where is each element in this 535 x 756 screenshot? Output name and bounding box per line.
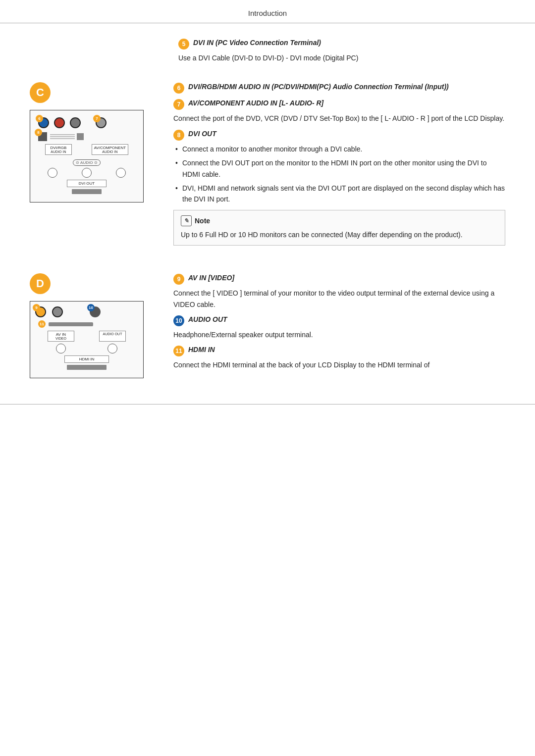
device-c-top-row: 6 7: [35, 115, 138, 130]
section-d: D 9: [30, 268, 505, 378]
device-d-diagram: 9 10: [30, 301, 144, 378]
label-dvi-rgb: DVI/RGB AUDIO IN: [45, 144, 72, 155]
badge-9: 9: [173, 274, 184, 285]
item-11-header: 11 HDMI IN: [173, 345, 505, 356]
port-9-badge: 9: [33, 304, 40, 311]
section-letter-d: D: [30, 273, 51, 294]
item-9-title: AV IN [VIDEO]: [188, 273, 234, 283]
item-10-body: Headphone/External speaker output termin…: [173, 329, 505, 340]
device-c-circles: [35, 168, 138, 178]
header-title: Introduction: [248, 9, 287, 17]
note-label: Note: [195, 217, 210, 225]
port-11-connector: [49, 322, 93, 326]
connector-line-3: [50, 138, 75, 139]
port-9-rel: 9: [35, 306, 46, 317]
item-7-header: 7 AV/COMPONENT AUDIO IN [L- AUDIO- R]: [173, 99, 505, 110]
port-6-badge: 6: [36, 115, 43, 122]
badge-5: 5: [178, 39, 189, 50]
item-6-header: 6 DVI/RGB/HDMI AUDIO IN (PC/DVI/HDMI(PC)…: [173, 82, 505, 94]
item-9-body: Connect the [ VIDEO ] terminal of your m…: [173, 288, 505, 310]
port-d-mid-rel: [52, 306, 63, 317]
label-av-component: AV/COMPONENT AUDIO IN: [92, 144, 128, 155]
port-10-badge: 10: [87, 304, 95, 311]
port-8-row: 8: [38, 132, 135, 141]
port-6: 6: [38, 117, 49, 128]
note-icon: ✎: [181, 215, 192, 226]
port-7: 7: [96, 117, 107, 128]
audio-badge: ⊙ AUDIO ⊙: [73, 159, 100, 166]
item-11-title: HDMI IN: [188, 345, 215, 355]
badge-10: 10: [173, 315, 184, 326]
port-gray-rel: [70, 117, 81, 128]
left-panel-d: D 9: [30, 268, 168, 378]
item-7-body: Connect the port of the DVD, VCR (DVD / …: [173, 113, 505, 124]
badge-6: 6: [173, 83, 184, 94]
footer-line: [0, 404, 535, 413]
right-panel-d: 9 AV IN [VIDEO] Connect the [ VIDEO ] te…: [168, 268, 505, 376]
page: Introduction 5 DVI IN (PC Video Connecti…: [0, 0, 535, 413]
item-6-title: DVI/RGB/HDMI AUDIO IN (PC/DVI/HDMI(PC) A…: [188, 82, 449, 92]
port-11-rel: 11: [38, 320, 46, 328]
badge-7: 7: [173, 99, 184, 110]
note-body: Up to 6 Full HD or 10 HD monitors can be…: [181, 229, 498, 240]
item-8-header: 8 DVI OUT: [173, 129, 505, 141]
port-7-rel: 7: [86, 117, 107, 128]
bullet-8-1: Connect a monitor to another monitor thr…: [173, 144, 505, 154]
dvi-out-port: [72, 189, 102, 194]
item-7-title: AV/COMPONENT AUDIO IN [L- AUDIO- R]: [188, 99, 323, 108]
label-av-in: AV IN VIDEO: [48, 331, 74, 342]
item-11-body: Connect the HDMI terminal at the back of…: [173, 359, 505, 370]
device-d-labels: AV IN VIDEO AUDIO OUT: [35, 331, 138, 342]
note-header: ✎ Note: [181, 215, 498, 226]
item-10-title: AUDIO OUT: [188, 315, 227, 325]
circle-d-port-2: [107, 344, 117, 353]
section-letter-c: C: [30, 82, 51, 103]
port-9: 9: [35, 306, 46, 317]
dvi-out-label: DVI OUT: [67, 180, 107, 187]
content: 5 DVI IN (PC Video Connection Terminal) …: [0, 28, 535, 413]
item-8-title: DVI OUT: [188, 129, 216, 139]
port-7-badge: 7: [93, 115, 101, 122]
item-10-header: 10 AUDIO OUT: [173, 315, 505, 326]
hdmi-in-label: HDMI IN: [64, 355, 109, 363]
connector-line-1: [50, 134, 75, 135]
label-audio-out: AUDIO OUT: [99, 331, 126, 342]
port-d-mid: [52, 306, 63, 317]
device-c-diagram: 6 7: [30, 110, 144, 202]
port-gray: [70, 117, 81, 128]
device-c-labels: DVI/RGB AUDIO IN AV/COMPONENT AUDIO IN: [35, 144, 138, 155]
note-box: ✎ Note Up to 6 Full HD or 10 HD monitors…: [173, 210, 505, 246]
small-port: [77, 133, 84, 140]
port-8-badge: 8: [35, 129, 42, 136]
bullet-8-2: Connect the DVI OUT port on the monitor …: [173, 157, 505, 180]
device-d-top: 9 10: [35, 306, 138, 317]
header: Introduction: [0, 0, 535, 23]
device-d-circles: [35, 344, 138, 353]
connector-line-2: [50, 136, 75, 137]
port-11-row: 11: [38, 320, 135, 328]
item-5-body: Use a DVI Cable (DVI-D to DVI-D) - DVI m…: [178, 52, 505, 63]
port-11-badge: 11: [38, 320, 46, 328]
port-6-rel: 6: [38, 117, 49, 128]
item-5-title: DVI IN (PC Video Connection Terminal): [193, 38, 321, 48]
port-10: 10: [90, 306, 101, 317]
circle-port-1: [48, 168, 57, 178]
port-10-rel: 10: [90, 306, 101, 317]
hdmi-in-port: [67, 365, 107, 370]
port-red: [54, 117, 65, 128]
badge-8: 8: [173, 130, 184, 141]
connector-lines-8: [50, 134, 75, 139]
item-9-header: 9 AV IN [VIDEO]: [173, 273, 505, 285]
right-panel-c: 6 DVI/RGB/HDMI AUDIO IN (PC/DVI/HDMI(PC)…: [168, 77, 505, 253]
left-panel-c: C 6: [30, 77, 168, 202]
circle-d-port-1: [56, 344, 66, 353]
badge-11: 11: [173, 346, 184, 356]
port-red-rel: [54, 117, 65, 128]
item-5-header: 5 DVI IN (PC Video Connection Terminal): [178, 38, 505, 50]
bullet-8-3: DVI, HDMI and network signals sent via t…: [173, 183, 505, 205]
port-8-rel: 8: [38, 132, 47, 141]
circle-port-2: [82, 168, 92, 178]
item-8-bullets: Connect a monitor to another monitor thr…: [173, 144, 505, 205]
audio-badge-row: ⊙ AUDIO ⊙: [35, 157, 138, 166]
section-c: C 6: [30, 77, 505, 253]
